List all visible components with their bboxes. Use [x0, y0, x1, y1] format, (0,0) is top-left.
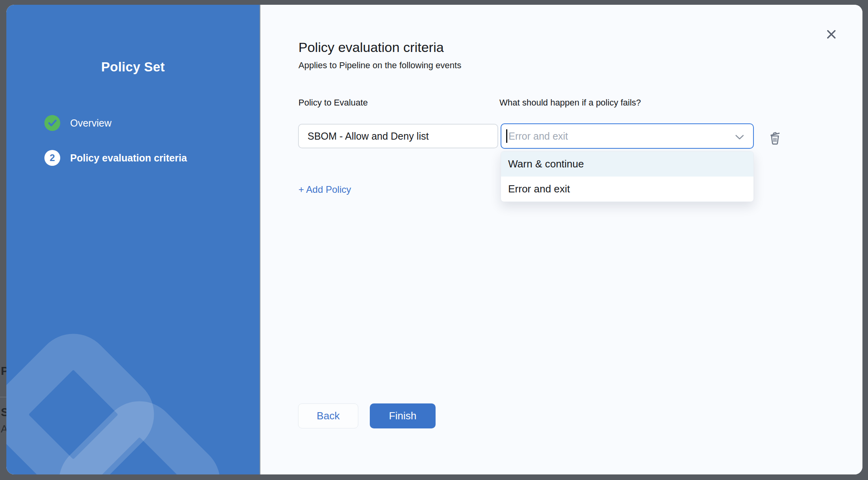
close-button[interactable]	[823, 26, 839, 42]
brand-watermark-logo	[6, 5, 260, 474]
fail-action-placeholder: Error and exit	[509, 131, 568, 142]
step-label: Policy evaluation criteria	[70, 152, 187, 164]
text-cursor	[506, 129, 507, 143]
wizard-steps: Overview 2 Policy evaluation criteria	[44, 115, 187, 166]
check-circle-icon	[44, 115, 60, 131]
dropdown-option-error-exit[interactable]: Error and exit	[501, 177, 753, 202]
policy-evaluation-panel: Policy evaluation criteria Applies to Pi…	[260, 5, 862, 474]
policy-select-field[interactable]: SBOM - Allow and Deny list	[298, 124, 498, 148]
back-button[interactable]: Back	[298, 403, 358, 428]
step-overview[interactable]: Overview	[44, 115, 187, 131]
panel-subtitle: Applies to Pipeline on the following eve…	[298, 60, 461, 71]
policy-fail-label: What should happen if a policy fails?	[499, 98, 641, 108]
delete-policy-button[interactable]	[766, 129, 784, 147]
background-divider	[0, 397, 6, 397]
dropdown-option-warn-continue[interactable]: Warn & continue	[501, 152, 753, 177]
chevron-down-icon	[735, 134, 744, 140]
trash-icon	[767, 130, 783, 146]
background-text-fragment: A	[1, 423, 6, 435]
background-text-fragment: P	[1, 364, 6, 378]
wizard-title: Policy Set	[6, 60, 260, 75]
finish-button[interactable]: Finish	[370, 403, 436, 428]
policy-to-evaluate-label: Policy to Evaluate	[298, 98, 368, 108]
background-page-strip: P S A	[0, 0, 6, 480]
background-text-fragment: S	[1, 405, 6, 419]
close-icon	[826, 29, 837, 40]
panel-title: Policy evaluation criteria	[298, 40, 444, 55]
add-policy-link[interactable]: + Add Policy	[298, 184, 351, 195]
wizard-sidebar: Policy Set Overview 2 Policy evaluation …	[6, 5, 260, 474]
policy-select-value: SBOM - Allow and Deny list	[308, 131, 429, 142]
step-policy-evaluation-criteria[interactable]: 2 Policy evaluation criteria	[44, 150, 187, 166]
fail-action-dropdown-menu: Warn & continue Error and exit	[501, 151, 754, 202]
policy-set-modal: Policy Set Overview 2 Policy evaluation …	[6, 5, 862, 474]
step-label: Overview	[70, 117, 111, 129]
fail-action-combobox[interactable]: Error and exit	[501, 123, 754, 149]
step-number-badge: 2	[44, 150, 60, 166]
